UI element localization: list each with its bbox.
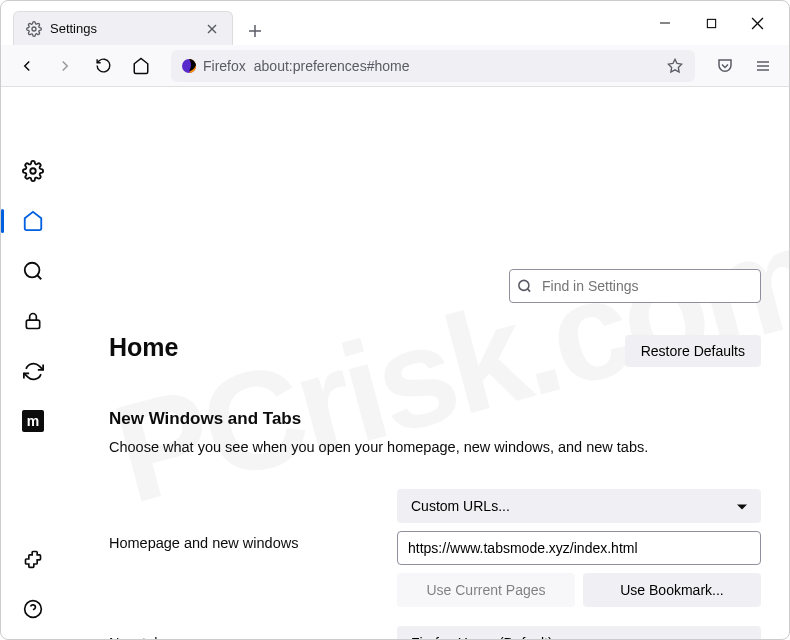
search-input[interactable] xyxy=(509,269,761,303)
close-tab-button[interactable] xyxy=(204,21,220,37)
svg-line-16 xyxy=(37,275,41,279)
firefox-icon: Firefox xyxy=(181,58,246,74)
svg-point-0 xyxy=(32,27,36,31)
gear-icon xyxy=(26,21,42,37)
homepage-url-input[interactable] xyxy=(397,531,761,565)
forward-button xyxy=(49,50,81,82)
svg-point-20 xyxy=(519,280,529,290)
sidebar-item-extensions[interactable] xyxy=(19,545,47,573)
url-text: about:preferences#home xyxy=(254,58,657,74)
sidebar-item-sync[interactable] xyxy=(19,357,47,385)
use-current-pages-button: Use Current Pages xyxy=(397,573,575,607)
svg-point-15 xyxy=(25,263,40,278)
new-tab-button[interactable] xyxy=(241,17,269,45)
use-bookmark-button[interactable]: Use Bookmark... xyxy=(583,573,761,607)
page-title: Home xyxy=(109,333,178,362)
sidebar-item-help[interactable] xyxy=(19,595,47,623)
address-bar[interactable]: Firefox about:preferences#home xyxy=(171,50,695,82)
homepage-label: Homepage and new windows xyxy=(109,489,397,551)
pocket-button[interactable] xyxy=(709,50,741,82)
sidebar-item-more[interactable]: m xyxy=(19,407,47,435)
svg-point-14 xyxy=(30,168,36,174)
svg-line-21 xyxy=(527,289,530,292)
sidebar-item-general[interactable] xyxy=(19,157,47,185)
search-icon xyxy=(517,279,532,294)
sidebar-item-privacy[interactable] xyxy=(19,307,47,335)
svg-rect-17 xyxy=(26,320,39,328)
minimize-button[interactable] xyxy=(651,9,679,37)
section-title: New Windows and Tabs xyxy=(109,409,761,429)
section-description: Choose what you see when you open your h… xyxy=(109,439,761,455)
maximize-button[interactable] xyxy=(697,9,725,37)
svg-rect-6 xyxy=(707,19,715,27)
back-button[interactable] xyxy=(11,50,43,82)
homepage-mode-dropdown[interactable]: Custom URLs... xyxy=(397,489,761,523)
url-label: Firefox xyxy=(203,58,246,74)
restore-defaults-button[interactable]: Restore Defaults xyxy=(625,335,761,367)
newtabs-dropdown[interactable]: Firefox Home (Default) xyxy=(397,626,761,639)
close-window-button[interactable] xyxy=(743,9,771,37)
home-button[interactable] xyxy=(125,50,157,82)
sidebar-item-home[interactable] xyxy=(19,207,47,235)
sidebar-item-search[interactable] xyxy=(19,257,47,285)
svg-marker-10 xyxy=(668,59,681,72)
watermark: PCrisk.com xyxy=(99,210,771,535)
reload-button[interactable] xyxy=(87,50,119,82)
browser-tab[interactable]: Settings xyxy=(13,11,233,45)
bookmark-star-button[interactable] xyxy=(665,56,685,76)
newtabs-label: New tabs xyxy=(109,635,397,639)
app-menu-button[interactable] xyxy=(747,50,779,82)
tab-title: Settings xyxy=(50,21,196,36)
